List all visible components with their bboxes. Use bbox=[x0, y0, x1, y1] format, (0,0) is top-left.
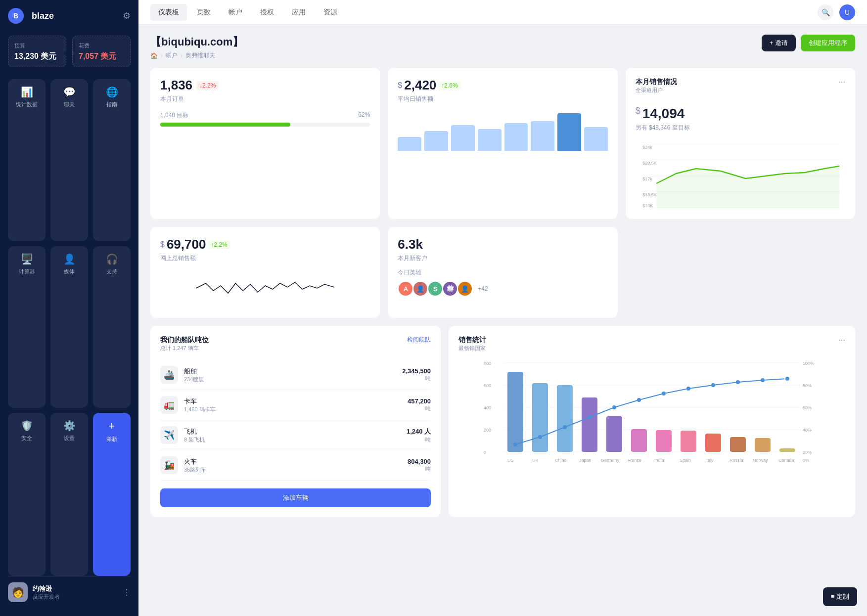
stats-row: 1,836 ↓2.2% 本月订单 1,048 目标 62% $ bbox=[150, 68, 855, 219]
wavy-chart-svg bbox=[160, 268, 370, 308]
tab-pages[interactable]: 页数 bbox=[189, 4, 219, 21]
top-nav-actions: 🔍 U bbox=[818, 4, 855, 20]
sales-title: 销售统计 bbox=[458, 336, 486, 345]
top-nav-tabs: 仪表板 页数 帐户 授权 应用 资源 bbox=[150, 4, 345, 21]
svg-text:400: 400 bbox=[484, 405, 491, 410]
monthly-subtitle: 全渠道用户 bbox=[636, 87, 677, 94]
svg-text:80%: 80% bbox=[803, 383, 812, 388]
avg-currency: $ bbox=[398, 81, 402, 90]
monthly-chart: $24k $20.5K $17k $13.5K $10K Apr 04 Apr … bbox=[636, 140, 845, 209]
sales-stats-card: 销售统计 最畅销国家 ··· 800 bbox=[449, 326, 855, 517]
sidebar-item-guide[interactable]: 🌐 指南 bbox=[93, 79, 131, 241]
svg-text:$13.5K: $13.5K bbox=[642, 192, 657, 197]
fleet-item-truck: 🚛 卡车 1,460 码卡车 457,200 吨 bbox=[160, 390, 431, 420]
fleet-plane-name: 飞机 bbox=[184, 427, 401, 436]
tab-dashboard[interactable]: 仪表板 bbox=[150, 4, 187, 21]
tab-account[interactable]: 帐户 bbox=[221, 4, 250, 21]
svg-text:Germany: Germany bbox=[601, 458, 620, 463]
heroes-label: 今日英雄 bbox=[398, 268, 607, 277]
svg-text:Russia: Russia bbox=[730, 458, 743, 463]
sidebar-logo-area: B blaze ⚙ bbox=[8, 8, 131, 24]
calculator-icon: 🖥️ bbox=[21, 253, 33, 265]
invite-button[interactable]: + 邀请 bbox=[762, 35, 796, 51]
svg-text:Spain: Spain bbox=[680, 458, 691, 463]
content-area: 【biqubiqu.com】 🏠 › 帐户 › 奥弗维耶夫 + 邀请 创建应用程… bbox=[138, 25, 867, 616]
user-avatar-nav[interactable]: U bbox=[839, 4, 855, 20]
chat-icon: 💬 bbox=[63, 86, 76, 98]
hero-1: A bbox=[398, 281, 413, 297]
security-icon: 🛡️ bbox=[21, 420, 33, 432]
top-nav: 仪表板 页数 帐户 授权 应用 资源 🔍 U bbox=[138, 0, 867, 25]
svg-text:$20.5K: $20.5K bbox=[642, 161, 657, 166]
monthly-remaining: 另有 $48,346 至目标 bbox=[636, 124, 845, 132]
bar-3 bbox=[451, 125, 475, 151]
sidebar-item-label: 添新 bbox=[106, 436, 117, 443]
user-section: 🧑 约翰逊 反应开发者 ⋮ bbox=[8, 576, 131, 608]
plane-icon: ✈️ bbox=[160, 426, 178, 444]
svg-text:Canada: Canada bbox=[778, 458, 794, 463]
sidebar-item-label: 计算器 bbox=[19, 268, 35, 275]
sidebar-item-security[interactable]: 🛡️ 安全 bbox=[8, 413, 46, 576]
tab-auth[interactable]: 授权 bbox=[252, 4, 282, 21]
sidebar-item-support[interactable]: 🎧 支持 bbox=[93, 246, 131, 408]
svg-text:20%: 20% bbox=[803, 450, 812, 455]
progress-bar-bg bbox=[160, 123, 370, 127]
bottom-row: 我们的船队吨位 总计 1,247 辆车 检阅舰队 🚢 船舶 234艘舰 2,34… bbox=[150, 326, 855, 517]
svg-text:$10K: $10K bbox=[642, 203, 653, 208]
fleet-plane-value: 1,240 人 吨 bbox=[407, 427, 431, 443]
page-actions: + 邀请 创建应用程序 bbox=[762, 35, 855, 51]
svg-text:Japan: Japan bbox=[579, 458, 592, 463]
nav-grid: 📊 统计数据 💬 聊天 🌐 指南 🖥️ 计算器 👤 媒体 🎧 支持 🛡️ 安全 bbox=[8, 79, 131, 576]
progress-bar-fill bbox=[160, 123, 290, 127]
progress-section: 1,048 目标 62% bbox=[160, 111, 370, 127]
tab-app[interactable]: 应用 bbox=[284, 4, 314, 21]
hero-count: +42 bbox=[478, 285, 488, 292]
sales-chart-svg: 800 600 400 200 0 100% 80% 60% 40% 20% 0… bbox=[458, 358, 845, 477]
sidebar-settings-icon[interactable]: ⚙ bbox=[123, 10, 131, 21]
sidebar-item-label: 支持 bbox=[106, 268, 117, 275]
user-role: 反应开发者 bbox=[33, 593, 118, 601]
svg-text:0%: 0% bbox=[803, 458, 809, 463]
avg-sales-card: $ 2,420 ↑2.6% 平均日销售额 bbox=[388, 68, 617, 219]
user-menu-icon[interactable]: ⋮ bbox=[123, 588, 131, 597]
sidebar-item-label: 媒体 bbox=[64, 268, 75, 275]
monthly-more-icon[interactable]: ··· bbox=[839, 78, 845, 87]
hero-3: S bbox=[427, 281, 443, 297]
sidebar-item-media[interactable]: 👤 媒体 bbox=[50, 246, 88, 408]
avg-label: 平均日销售额 bbox=[398, 95, 607, 103]
fleet-ship-unit: 吨 bbox=[402, 375, 431, 382]
view-fleet-link[interactable]: 检阅舰队 bbox=[407, 336, 431, 344]
sidebar-item-settings[interactable]: ⚙️ 设置 bbox=[50, 413, 88, 576]
media-icon: 👤 bbox=[63, 253, 76, 265]
budget-section: 预算 13,230 美元 花费 7,057 美元 bbox=[8, 36, 131, 67]
total-label: 网上总销售额 bbox=[160, 254, 370, 263]
heroes-avatars: A 👤 S 赫 👤 +42 bbox=[398, 281, 607, 297]
tab-resources[interactable]: 资源 bbox=[316, 4, 345, 21]
fleet-train-count: 36路列车 bbox=[184, 466, 402, 474]
customize-button[interactable]: ≡ 定制 bbox=[823, 587, 857, 606]
sidebar-item-label: 聊天 bbox=[64, 101, 75, 108]
dot-norway bbox=[761, 378, 765, 382]
sidebar-item-add[interactable]: + 添新 bbox=[93, 413, 131, 576]
sales-more-icon[interactable]: ··· bbox=[839, 336, 845, 352]
fleet-truck-name: 卡车 bbox=[184, 397, 402, 406]
fleet-card: 我们的船队吨位 总计 1,247 辆车 检阅舰队 🚢 船舶 234艘舰 2,34… bbox=[150, 326, 441, 517]
bar-canada bbox=[779, 448, 795, 452]
sales-subtitle: 最畅销国家 bbox=[458, 345, 486, 352]
monthly-title-area: 本月销售情况 全渠道用户 bbox=[636, 78, 677, 94]
sidebar-item-calculator[interactable]: 🖥️ 计算器 bbox=[8, 246, 46, 408]
search-button[interactable]: 🔍 bbox=[818, 4, 833, 20]
bar-spain bbox=[681, 431, 696, 452]
create-app-button[interactable]: 创建应用程序 bbox=[801, 35, 855, 51]
orders-value: 1,836 bbox=[160, 78, 192, 93]
sidebar-item-stats[interactable]: 📊 统计数据 bbox=[8, 79, 46, 241]
bar-india bbox=[656, 430, 672, 452]
fleet-item-train: 🚂 火车 36路列车 804,300 吨 bbox=[160, 450, 431, 481]
add-vehicle-button[interactable]: 添加车辆 bbox=[160, 488, 431, 507]
truck-icon: 🚛 bbox=[160, 396, 178, 414]
dot-germany bbox=[612, 405, 616, 409]
breadcrumb-accounts: 帐户 bbox=[166, 51, 178, 60]
svg-marker-10 bbox=[656, 166, 839, 208]
bar-germany bbox=[606, 416, 622, 452]
sidebar-item-chat[interactable]: 💬 聊天 bbox=[50, 79, 88, 241]
